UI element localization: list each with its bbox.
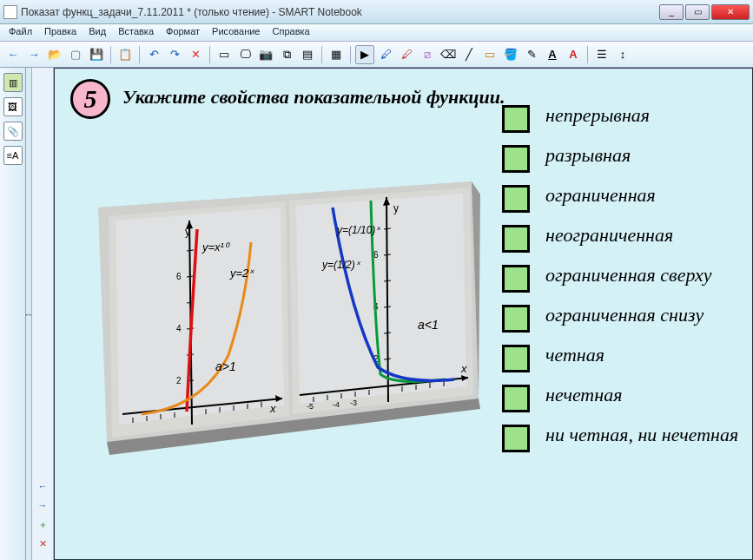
answer-row: ограниченная bbox=[502, 185, 738, 213]
main-area: ▥ 🖼 📎 ≡A ↔ ← → ＋ ✕ 5 Укажите свойства по… bbox=[0, 68, 753, 560]
new-button[interactable]: ▢ bbox=[66, 45, 85, 64]
axis-y-label: y bbox=[185, 226, 190, 238]
slide-number-badge: 5 bbox=[70, 79, 110, 119]
redo-button[interactable]: ↷ bbox=[165, 45, 184, 64]
toolbar-separator bbox=[350, 46, 351, 63]
dualpage-button[interactable]: ⧉ bbox=[277, 45, 296, 64]
answers-list: непрерывная разрывная ограниченная неогр… bbox=[502, 105, 738, 452]
app-icon bbox=[3, 5, 17, 19]
toolbar-separator bbox=[321, 46, 322, 63]
line-button[interactable]: ╱ bbox=[459, 45, 479, 64]
answer-checkbox[interactable] bbox=[502, 425, 530, 452]
answer-label: неограниченная bbox=[545, 225, 673, 246]
maximize-button[interactable]: ▭ bbox=[685, 4, 710, 20]
fontcolor-button[interactable]: A bbox=[564, 45, 583, 64]
window-buttons: _ ▭ ✕ bbox=[659, 4, 750, 20]
answer-checkbox[interactable] bbox=[502, 265, 530, 293]
paste-button[interactable]: 📋 bbox=[116, 45, 135, 64]
condition-label: a<1 bbox=[418, 318, 439, 332]
forward-button[interactable]: → bbox=[24, 45, 43, 64]
axis-y-label: y bbox=[393, 202, 399, 214]
doccam-button[interactable]: 📷 bbox=[256, 45, 275, 64]
menu-view[interactable]: Вид bbox=[83, 24, 111, 41]
minimize-button[interactable]: _ bbox=[659, 4, 684, 20]
answer-label: разрывная bbox=[545, 145, 631, 166]
svg-text:4: 4 bbox=[176, 324, 182, 333]
movetoolbar-button[interactable]: ↕ bbox=[613, 45, 632, 64]
eraser-button[interactable]: ⌫ bbox=[439, 45, 458, 64]
svg-text:6: 6 bbox=[176, 272, 182, 281]
answer-checkbox[interactable] bbox=[502, 305, 530, 333]
answer-checkbox[interactable] bbox=[502, 105, 530, 133]
answer-row: непрерывная bbox=[502, 105, 738, 133]
answer-checkbox[interactable] bbox=[502, 345, 530, 372]
answer-row: ограниченная сверху bbox=[502, 265, 738, 293]
answer-label: ограниченная сверху bbox=[545, 265, 711, 286]
delete-button[interactable]: ✕ bbox=[186, 45, 205, 64]
answer-checkbox[interactable] bbox=[502, 385, 530, 412]
properties-button[interactable]: ☰ bbox=[592, 45, 611, 64]
text-button[interactable]: A bbox=[543, 45, 562, 64]
answer-label: ограниченная снизу bbox=[545, 305, 703, 326]
answer-checkbox[interactable] bbox=[502, 225, 530, 253]
axis-x-label: x bbox=[460, 362, 467, 375]
svg-text:-5: -5 bbox=[307, 402, 314, 411]
toolbar-separator bbox=[587, 46, 588, 63]
fullscreen-button[interactable]: ▭ bbox=[215, 45, 234, 64]
graph-block: 6 4 2 y y=x¹⁰ y=2ˣ a>1 x bbox=[81, 147, 489, 459]
fill-button[interactable]: 🪣 bbox=[501, 45, 520, 64]
menu-file[interactable]: Файл bbox=[3, 24, 37, 41]
svg-text:-4: -4 bbox=[333, 400, 340, 409]
answer-row: ограниченная снизу bbox=[502, 305, 738, 333]
save-button[interactable]: 💾 bbox=[87, 45, 106, 64]
answer-label: нечетная bbox=[545, 385, 622, 405]
table-button[interactable]: ▦ bbox=[327, 45, 346, 64]
svg-text:6: 6 bbox=[373, 250, 379, 260]
menu-format[interactable]: Формат bbox=[161, 24, 205, 41]
delete-page-button[interactable]: ✕ bbox=[35, 536, 50, 551]
menu-draw[interactable]: Рисование bbox=[207, 24, 265, 41]
tab-gallery[interactable]: 🖼 bbox=[3, 97, 23, 116]
answer-row: неограниченная bbox=[502, 225, 738, 253]
answer-checkbox[interactable] bbox=[502, 185, 530, 213]
toolbar-separator bbox=[209, 46, 210, 63]
answer-row: разрывная bbox=[502, 145, 738, 173]
next-page-button[interactable]: → bbox=[35, 497, 50, 513]
toolbar: ← → 📂 ▢ 💾 📋 ↶ ↷ ✕ ▭ 🖵 📷 ⧉ ▤ ▦ ▶ 🖊 🖊 ⧄ ⌫ … bbox=[0, 42, 753, 68]
magicpen-button[interactable]: ✎ bbox=[522, 45, 541, 64]
prev-page-button[interactable]: ← bbox=[35, 478, 50, 494]
open-button[interactable]: 📂 bbox=[45, 45, 64, 64]
answer-checkbox[interactable] bbox=[502, 145, 530, 173]
add-page-button[interactable]: ＋ bbox=[35, 517, 50, 532]
screencapture-button[interactable]: 🖵 bbox=[235, 45, 254, 64]
svg-text:-3: -3 bbox=[350, 399, 357, 407]
pen1-button[interactable]: 🖊 bbox=[376, 45, 395, 64]
svg-text:2: 2 bbox=[176, 376, 182, 385]
curve-label-1: y=x¹⁰ bbox=[201, 240, 230, 254]
pen2-button[interactable]: 🖊 bbox=[397, 45, 416, 64]
canvas[interactable]: 5 Укажите свойства показательной функции… bbox=[54, 68, 753, 560]
title-bar: Показат функц_задачи_7.11.2011 * (только… bbox=[0, 0, 753, 24]
graph-svg: 6 4 2 y y=x¹⁰ y=2ˣ a>1 x bbox=[81, 147, 489, 459]
axis-x-label: x bbox=[269, 402, 276, 415]
shape-button[interactable]: ▭ bbox=[480, 45, 499, 64]
undo-button[interactable]: ↶ bbox=[144, 45, 163, 64]
curve-label-3: y=(1/10)ˣ bbox=[336, 224, 381, 236]
slide-nav-bar: ← → ＋ ✕ bbox=[31, 68, 54, 560]
toolbar-separator bbox=[139, 46, 140, 63]
close-button[interactable]: ✕ bbox=[711, 4, 750, 20]
menu-help[interactable]: Справка bbox=[268, 24, 315, 41]
menu-insert[interactable]: Вставка bbox=[113, 24, 159, 41]
tab-attachments[interactable]: 📎 bbox=[3, 122, 23, 141]
question-text: Укажите свойства показательной функции. bbox=[122, 86, 505, 109]
select-tool-button[interactable]: ▶ bbox=[355, 45, 374, 64]
answer-label: ограниченная bbox=[545, 185, 656, 206]
tab-properties[interactable]: ≡A bbox=[3, 146, 23, 165]
tab-page-sorter[interactable]: ▥ bbox=[3, 73, 23, 92]
menu-edit[interactable]: Правка bbox=[39, 24, 82, 41]
highlighter-button[interactable]: ⧄ bbox=[418, 45, 437, 64]
screenshade-button[interactable]: ▤ bbox=[298, 45, 317, 64]
curve-label-2: y=2ˣ bbox=[229, 267, 255, 280]
back-button[interactable]: ← bbox=[3, 45, 23, 64]
condition-label: a>1 bbox=[215, 359, 236, 373]
